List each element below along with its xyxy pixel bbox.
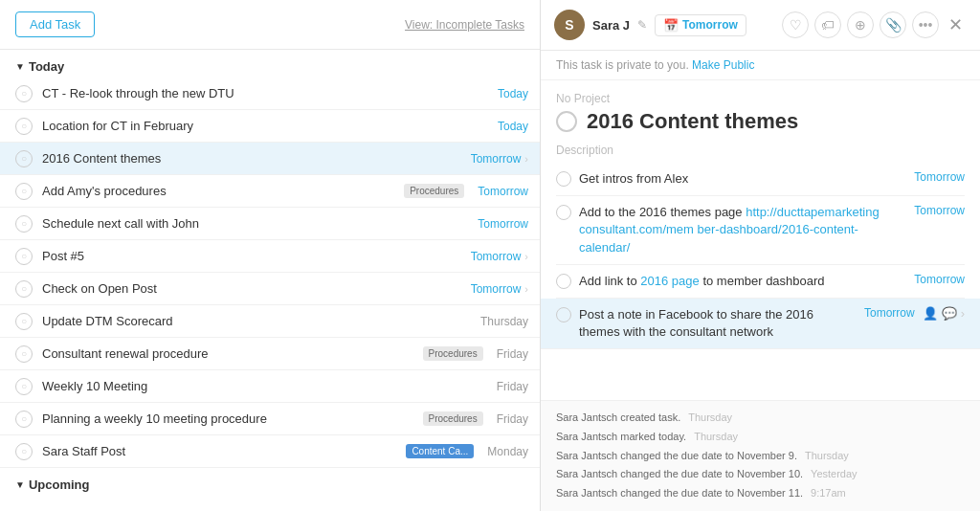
task-due-date: Friday	[497, 412, 528, 426]
task-row[interactable]: ○ 2016 Content themes Tomorrow ›	[0, 143, 540, 175]
no-project-label: No Project	[556, 92, 965, 105]
task-due-date: Today	[498, 87, 528, 100]
task-detail: No Project 2016 Content themes Descripti…	[541, 80, 980, 163]
activity-actor: Sara Jantsch created task.	[556, 411, 680, 423]
task-name: Weekly 10 Meeting	[42, 379, 489, 393]
task-row[interactable]: ○ Weekly 10 Meeting Friday	[0, 370, 540, 403]
task-due-date: Today	[498, 120, 528, 133]
subtask-checkbox[interactable]	[556, 171, 571, 187]
task-name: Consultant renewal procedure	[42, 346, 423, 361]
subtask-row[interactable]: Get intros from Alex Tomorrow	[556, 163, 965, 196]
task-name: Add Amy's procedures	[42, 184, 404, 198]
comment-icon[interactable]: 💬	[942, 306, 957, 321]
task-checkbox[interactable]: ○	[15, 280, 33, 298]
task-row[interactable]: ○ Sara Staff Post Content Ca... Monday	[0, 435, 540, 468]
subtask-checkbox[interactable]	[556, 274, 571, 289]
task-complete-checkbox[interactable]	[556, 111, 577, 132]
task-name: Sara Staff Post	[42, 444, 406, 458]
task-checkbox[interactable]: ○	[15, 118, 33, 135]
task-row[interactable]: ○ Planning a weekly 10 meeting procedure…	[0, 403, 540, 435]
task-row[interactable]: ○ Update DTM Scorecard Thursday	[0, 305, 540, 338]
task-title: 2016 Content themes	[587, 109, 798, 134]
task-row[interactable]: ○ Check on Open Post Tomorrow ›	[0, 273, 540, 305]
task-due-date: Friday	[497, 347, 528, 361]
task-tag: Content Ca...	[406, 444, 474, 458]
task-row[interactable]: ○ Add Amy's procedures Procedures Tomorr…	[0, 175, 540, 208]
task-checkbox[interactable]: ○	[15, 378, 33, 395]
subtask-row[interactable]: Post a note in Facebook to share the 201…	[541, 299, 980, 349]
task-due-date: Friday	[497, 380, 528, 393]
task-name: Planning a weekly 10 meeting procedure	[42, 411, 423, 426]
subtask-checkbox[interactable]	[556, 205, 571, 220]
subtask-link[interactable]: http://ducttapemarketing consultant.com/…	[579, 205, 880, 254]
subtask-list: Get intros from Alex Tomorrow Add to the…	[541, 163, 980, 400]
subtask-name: Add link to 2016 page to member dashboar…	[579, 273, 902, 290]
task-name: CT - Re-look through the new DTU	[42, 86, 490, 100]
task-name: Check on Open Post	[42, 281, 463, 296]
task-row[interactable]: ○ Post #5 Tomorrow ›	[0, 240, 540, 273]
subtask-actions: 👤 💬 ›	[923, 306, 965, 321]
edit-icon[interactable]: ✎	[637, 18, 647, 32]
section-title: Upcoming	[29, 478, 90, 492]
subtask-due-date: Tomorrow	[914, 204, 965, 217]
subtask-name: Add to the 2016 themes page http://ductt…	[579, 204, 902, 256]
task-row[interactable]: ○ Location for CT in February Today	[0, 110, 540, 143]
task-due-date: Tomorrow	[471, 152, 522, 166]
task-row[interactable]: ○ CT - Re-look through the new DTU Today	[0, 78, 540, 110]
activity-time: Thursday	[694, 431, 738, 442]
tag-button[interactable]: 🏷	[814, 11, 841, 38]
task-due-date: Monday	[487, 445, 528, 458]
activity-actor: Sara Jantsch changed the due date to Nov…	[556, 487, 803, 499]
task-name: Schedule next call with John	[42, 216, 470, 231]
task-due-date: Tomorrow	[471, 250, 522, 263]
task-name: Update DTM Scorecard	[42, 314, 473, 328]
task-checkbox[interactable]: ○	[15, 313, 33, 330]
task-row[interactable]: ○ Schedule next call with John Tomorrow	[0, 208, 540, 240]
subtask-name: Post a note in Facebook to share the 201…	[579, 306, 853, 341]
chevron-right-icon: ›	[524, 251, 528, 262]
private-bar: This task is private to you. Make Public	[541, 51, 980, 80]
task-checkbox[interactable]: ○	[15, 183, 33, 200]
right-panel: S Sara J ✎ 📅 Tomorrow ♡ 🏷 ⊕ 📎 ••• ✕ This…	[541, 0, 980, 511]
task-due-date: Tomorrow	[471, 282, 522, 296]
more-icon[interactable]: ›	[961, 306, 965, 321]
subtask-checkbox[interactable]	[556, 307, 571, 322]
description-label: Description	[556, 144, 965, 157]
section-title: Today	[29, 59, 64, 74]
task-checkbox[interactable]: ○	[15, 150, 33, 167]
section-header: ▼ Today	[0, 50, 540, 78]
header-actions: ♡ 🏷 ⊕ 📎 ••• ✕	[782, 11, 967, 38]
more-button[interactable]: •••	[912, 11, 939, 38]
task-checkbox[interactable]: ○	[15, 248, 33, 265]
subtask-row[interactable]: Add link to 2016 page to member dashboar…	[556, 265, 965, 299]
task-checkbox[interactable]: ○	[15, 443, 33, 460]
task-checkbox[interactable]: ○	[15, 345, 33, 363]
subtask-due-date: Tomorrow	[914, 273, 965, 286]
task-checkbox[interactable]: ○	[15, 411, 33, 428]
share-button[interactable]: ⊕	[847, 11, 874, 38]
task-checkbox[interactable]: ○	[15, 85, 33, 102]
view-filter-link[interactable]: View: Incomplete Tasks	[405, 18, 524, 32]
subtask-due-date: Tomorrow	[914, 170, 965, 184]
heart-button[interactable]: ♡	[782, 11, 809, 38]
close-button[interactable]: ✕	[945, 14, 967, 35]
chevron-right-icon: ›	[524, 153, 528, 165]
task-name: 2016 Content themes	[42, 151, 463, 166]
activity-entry: Sara Jantsch marked today.Thursday	[556, 428, 965, 447]
left-header: Add Task View: Incomplete Tasks	[0, 0, 540, 50]
due-date-chip[interactable]: 📅 Tomorrow	[655, 14, 746, 36]
subtask-link[interactable]: 2016 page	[640, 274, 699, 288]
task-row[interactable]: ○ Consultant renewal procedure Procedure…	[0, 338, 540, 370]
task-list: ▼ Today ○ CT - Re-look through the new D…	[0, 50, 540, 511]
activity-log: Sara Jantsch created task.ThursdaySara J…	[541, 400, 980, 511]
make-public-link[interactable]: Make Public	[692, 58, 754, 72]
activity-actor: Sara Jantsch changed the due date to Nov…	[556, 450, 797, 461]
task-title-row: 2016 Content themes	[556, 109, 965, 134]
task-checkbox[interactable]: ○	[15, 215, 33, 233]
attachment-button[interactable]: 📎	[880, 11, 906, 38]
assign-icon[interactable]: 👤	[923, 306, 938, 321]
task-due-date: Tomorrow	[478, 185, 528, 198]
task-tag: Procedures	[423, 346, 483, 361]
subtask-row[interactable]: Add to the 2016 themes page http://ductt…	[556, 196, 965, 265]
add-task-button[interactable]: Add Task	[15, 11, 95, 37]
